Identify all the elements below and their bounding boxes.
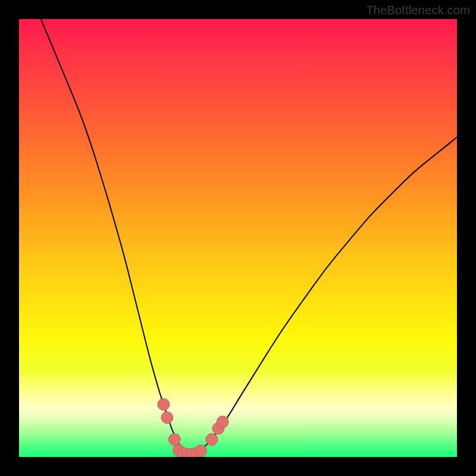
plot-area	[19, 19, 457, 457]
curve-marker	[195, 445, 206, 457]
watermark-text: TheBottleneck.com	[366, 4, 470, 17]
curve-marker	[206, 434, 218, 446]
bottleneck-curve	[41, 19, 457, 455]
chart-frame: TheBottleneck.com	[0, 0, 476, 476]
curve-layer	[19, 19, 457, 457]
curve-marker	[217, 416, 228, 428]
curve-marker	[168, 434, 180, 446]
curve-markers	[158, 399, 228, 457]
curve-marker	[158, 399, 170, 411]
curve-marker	[161, 412, 173, 424]
